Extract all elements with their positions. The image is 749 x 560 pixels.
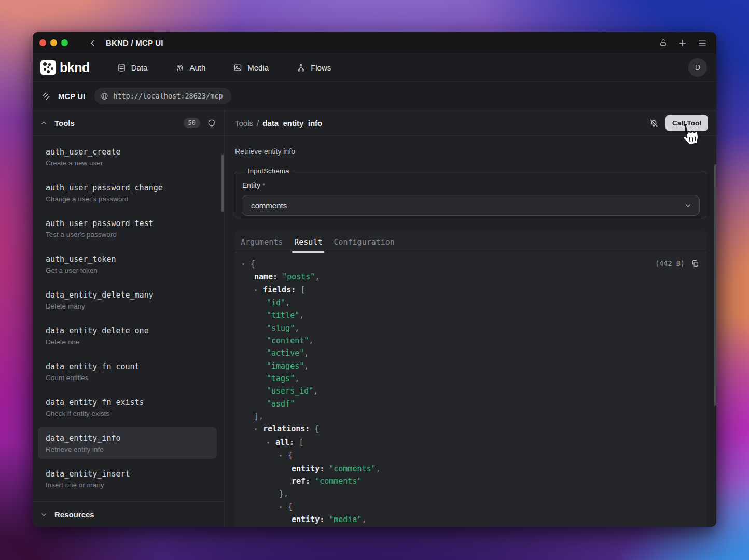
json-line: "images", <box>242 360 706 372</box>
tool-name: data_entity_delete_one <box>46 325 209 337</box>
lock-open-icon[interactable] <box>659 38 668 47</box>
tool-name: auth_user_create <box>46 146 209 158</box>
bknd-logo-icon <box>40 60 56 75</box>
tool-name: data_entity_fn_count <box>46 361 209 372</box>
tool-name: auth_user_password_test <box>46 218 209 229</box>
nav-item-label: Flows <box>311 63 331 72</box>
json-line: "slug", <box>242 322 706 334</box>
result-panel: ArgumentsResultConfiguration (442 B) ▾{n… <box>235 231 706 527</box>
refresh-icon[interactable] <box>207 119 216 127</box>
back-button[interactable] <box>89 39 97 47</box>
result-size: (442 B) <box>655 259 685 268</box>
tool-name: data_entity_fn_exists <box>46 397 209 408</box>
json-line: entity: "comments", <box>242 463 706 475</box>
nav-item-label: Media <box>247 63 269 72</box>
nav-item-media[interactable]: Media <box>233 63 269 72</box>
nav-item-data[interactable]: Data <box>117 63 148 72</box>
tool-item-data_entity_fn_count[interactable]: data_entity_fn_countCount entities <box>38 356 217 387</box>
collapse-triangle-icon[interactable]: ▾ <box>279 450 285 462</box>
main-scrollbar[interactable] <box>714 164 716 406</box>
chevron-down-icon <box>684 202 692 209</box>
input-schema-fieldset: InputSchema Entity* comments <box>235 167 706 218</box>
image-icon <box>233 63 242 72</box>
main-panel: Tools / data_entity_info Call Tool Retri… <box>225 110 716 527</box>
required-mark: * <box>262 181 265 189</box>
brand-wordmark: bknd <box>60 60 90 75</box>
tools-section-header[interactable]: Tools 50 <box>33 110 224 136</box>
tab-configuration[interactable]: Configuration <box>328 231 400 253</box>
json-line: "id", <box>242 297 706 309</box>
json-line: "tags", <box>242 372 706 385</box>
collapse-triangle-icon[interactable]: ▾ <box>279 501 285 513</box>
tool-description: Create a new user <box>46 158 209 169</box>
menu-icon[interactable] <box>698 38 707 48</box>
tool-description: Insert one or many <box>46 480 209 491</box>
copy-icon[interactable] <box>691 259 699 268</box>
collapse-triangle-icon[interactable]: ▾ <box>267 437 272 449</box>
layers-icon <box>41 91 51 101</box>
tool-item-data_entity_delete_one[interactable]: data_entity_delete_oneDelete one <box>38 320 217 352</box>
tool-item-data_entity_info[interactable]: data_entity_infoRetrieve entity info <box>38 427 217 459</box>
mouse-cursor-pointer <box>677 122 703 149</box>
window-titlebar: BKND / MCP UI <box>33 32 716 53</box>
tool-item-auth_user_password_change[interactable]: auth_user_password_changeChange a user's… <box>38 177 217 208</box>
entity-select-value: comments <box>251 201 287 210</box>
entity-select[interactable]: comments <box>242 195 700 216</box>
json-line: ref: "comments" <box>242 475 706 487</box>
nav-item-auth[interactable]: Auth <box>175 63 205 72</box>
traffic-lights <box>39 39 68 46</box>
tool-item-data_entity_delete_many[interactable]: data_entity_delete_manyDelete many <box>38 284 217 316</box>
tool-item-auth_user_password_test[interactable]: auth_user_password_testTest a user's pas… <box>38 213 217 244</box>
close-window-button[interactable] <box>39 39 46 46</box>
json-line[interactable]: ▾all: [ <box>242 436 706 449</box>
collapse-triangle-icon[interactable]: ▾ <box>254 284 260 297</box>
tool-item-auth_user_token[interactable]: auth_user_tokenGet a user token <box>38 248 217 280</box>
json-line[interactable]: ▾fields: [ <box>242 284 706 297</box>
tabs: ArgumentsResultConfiguration <box>235 231 706 253</box>
nav-item-flows[interactable]: Flows <box>297 63 331 72</box>
tool-name: data_entity_delete_many <box>46 289 209 301</box>
tool-description: Check if entity exists <box>46 408 209 419</box>
tools-count-badge: 50 <box>184 118 200 128</box>
resources-section-header[interactable]: Resources <box>33 501 224 527</box>
json-line: entity: "media", <box>242 513 706 526</box>
app-navbar: bknd DataAuthMediaFlows D <box>33 53 716 82</box>
chevron-up-icon <box>40 119 48 127</box>
tools-sidebar: Tools 50 auth_user_createCreate a new us… <box>33 110 225 527</box>
sidebar-scrollbar[interactable] <box>221 155 224 212</box>
chevron-left-icon <box>89 39 97 47</box>
json-line: "asdf" <box>242 398 706 410</box>
new-tab-icon[interactable] <box>678 38 687 48</box>
json-line: "title", <box>242 309 706 321</box>
app-window: BKND / MCP UI bknd DataAuthMediaFlows D … <box>33 32 716 527</box>
json-line[interactable]: ▾{ <box>242 258 706 271</box>
mcp-url-pill[interactable]: http://localhost:28623/mcp <box>94 88 231 104</box>
breadcrumb-tools[interactable]: Tools <box>235 119 253 128</box>
tool-item-data_entity_insert[interactable]: data_entity_insertInsert one or many <box>38 463 217 495</box>
minimize-window-button[interactable] <box>50 39 57 46</box>
json-line: "active", <box>242 347 706 359</box>
json-line[interactable]: ▾relations: { <box>242 423 706 436</box>
user-avatar[interactable]: D <box>688 58 707 77</box>
json-line[interactable]: ▾{ <box>242 449 706 462</box>
zoom-window-button[interactable] <box>61 39 68 46</box>
bell-off-icon[interactable] <box>649 118 659 128</box>
input-schema-legend: InputSchema <box>245 167 292 175</box>
breadcrumb-separator: / <box>257 119 259 128</box>
nav-item-label: Auth <box>189 63 205 72</box>
tool-name: data_entity_insert <box>46 468 209 480</box>
tab-arguments[interactable]: Arguments <box>235 231 288 253</box>
collapse-triangle-icon[interactable]: ▾ <box>254 423 260 436</box>
tool-description: Retrieve entity info <box>235 147 706 156</box>
tab-result[interactable]: Result <box>288 231 328 253</box>
tool-description: Delete one <box>46 337 209 347</box>
tool-item-auth_user_create[interactable]: auth_user_createCreate a new user <box>38 141 217 173</box>
collapse-triangle-icon[interactable]: ▾ <box>242 258 247 271</box>
tool-item-data_entity_fn_exists[interactable]: data_entity_fn_existsCheck if entity exi… <box>38 391 217 423</box>
json-line[interactable]: ▾{ <box>242 500 706 513</box>
tool-name: auth_user_token <box>46 254 209 265</box>
tool-name: auth_user_password_change <box>46 182 209 193</box>
tool-description: Get a user token <box>46 265 209 276</box>
brand-logo[interactable]: bknd <box>40 60 90 75</box>
tool-description: Test a user's password <box>46 229 209 240</box>
